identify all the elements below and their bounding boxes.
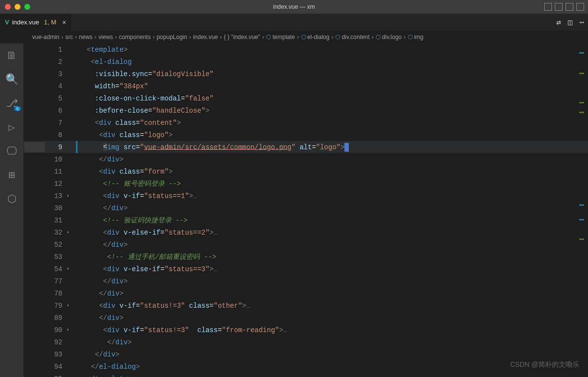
fold-toggle-icon[interactable]: ›	[66, 229, 70, 235]
code-line[interactable]: 11 <div class="form">	[23, 165, 588, 178]
compare-changes-icon[interactable]: ⇄	[556, 18, 561, 27]
code-line[interactable]: 2 <el-dialog	[23, 56, 588, 68]
code-line[interactable]: 10 </div>	[23, 153, 588, 165]
code-line[interactable]: 52 </div>	[23, 238, 588, 251]
code-line[interactable]: 12 <!-- 账号密码登录 -->	[23, 178, 588, 190]
code-line[interactable]: 3 :visible.sync="dialogVisible"	[23, 68, 588, 80]
code-line[interactable]: 8 <div class="logo">	[23, 129, 588, 141]
outline-icon[interactable]: ⬡	[7, 193, 17, 206]
code-content[interactable]: <div class="logo">	[75, 131, 173, 139]
code-content[interactable]: :close-on-click-modal="false"	[75, 95, 213, 102]
code-line[interactable]: 5 :close-on-click-modal="false"	[23, 92, 588, 104]
run-debug-icon[interactable]: ▷	[8, 121, 15, 134]
code-content[interactable]: </el-dialog>	[75, 363, 140, 371]
code-content[interactable]: </div>	[75, 278, 128, 285]
code-content[interactable]: :visible.sync="dialogVisible"	[75, 70, 213, 78]
breadcrumb-segment[interactable]: ⬡ div.logo	[376, 34, 402, 40]
breadcrumb-segment[interactable]: src	[65, 34, 73, 40]
code-content[interactable]: <div v-else-if="status==3">…	[75, 265, 218, 273]
code-content[interactable]: </div>	[75, 338, 132, 346]
more-actions-icon[interactable]: ⋯	[579, 18, 584, 27]
code-content[interactable]: </div>	[75, 204, 128, 212]
code-line[interactable]: 94 </el-dialog>	[23, 360, 588, 373]
close-window-icon[interactable]	[5, 4, 11, 10]
customize-layout-icon[interactable]	[576, 3, 584, 11]
fold-toggle-icon[interactable]: ›	[66, 193, 70, 198]
code-content[interactable]: <div v-if="status!=3" class="other">…	[75, 302, 250, 310]
code-line[interactable]: 9 <img src="vue-admin/src/assets/common/…	[23, 141, 588, 153]
code-content[interactable]: <div v-if="status==1">…	[75, 192, 197, 200]
vue-file-icon: V	[5, 19, 9, 26]
line-number: 89	[23, 314, 75, 322]
watermark: CSDN @简朴的文嘞乐	[510, 360, 579, 369]
remote-icon[interactable]: 🖵	[6, 145, 17, 158]
code-content[interactable]: <template>	[75, 46, 128, 54]
code-content[interactable]: :before-close="handleClose">	[75, 107, 209, 115]
code-content[interactable]: <div v-else-if="status==2">…	[75, 229, 218, 237]
breadcrumb-segment[interactable]: ⬡ img	[408, 34, 424, 40]
code-line[interactable]: 13› <div v-if="status==1">…	[23, 190, 588, 202]
fold-toggle-icon[interactable]: ›	[66, 327, 70, 333]
code-content[interactable]: <div class="content">	[75, 119, 181, 127]
explorer-icon[interactable]: 🗎	[6, 49, 17, 62]
code-line[interactable]: 78 </div>	[23, 287, 588, 299]
breadcrumb-segment[interactable]: vue-admin	[32, 34, 59, 40]
code-content[interactable]: <div v-if="status!=3" class="from-readin…	[75, 326, 287, 334]
code-line[interactable]: 89 </div>	[23, 312, 588, 324]
maximize-window-icon[interactable]	[24, 4, 30, 10]
code-content[interactable]: </div>	[75, 314, 124, 322]
minimize-window-icon[interactable]	[15, 4, 20, 10]
code-line[interactable]: 1<template>	[23, 43, 588, 56]
breadcrumb-segment[interactable]: { } "index.vue"	[224, 34, 261, 40]
code-line[interactable]: 53 <!-- 通过手机/邮箱重设密码 -->	[23, 251, 588, 263]
breadcrumb-segment[interactable]: index.vue	[193, 34, 218, 40]
search-icon[interactable]: 🔍	[5, 73, 19, 86]
toggle-panel-right-icon[interactable]	[566, 3, 573, 11]
extensions-icon[interactable]: ⊞	[8, 169, 15, 182]
code-line[interactable]: 77 </div>	[23, 275, 588, 287]
breadcrumb-segment[interactable]: ⬡ template	[266, 34, 295, 40]
breadcrumb-segment[interactable]: components	[119, 34, 151, 40]
breadcrumb-segment[interactable]: news	[79, 34, 93, 40]
fold-toggle-icon[interactable]: ›	[66, 266, 70, 272]
code-content[interactable]: <el-dialog	[75, 58, 132, 66]
code-content[interactable]: </div>	[75, 241, 128, 249]
code-line[interactable]: 54› <div v-else-if="status==3">…	[23, 263, 588, 275]
code-content[interactable]: <img src="vue-admin/src/assets/common/lo…	[75, 143, 349, 152]
code-line[interactable]: 30 </div>	[23, 202, 588, 214]
code-line[interactable]: 92 </div>	[23, 336, 588, 348]
toggle-panel-left-icon[interactable]	[544, 3, 552, 11]
code-content[interactable]: <!-- 验证码快捷登录 -->	[75, 216, 188, 225]
editor[interactable]: 1<template>2 <el-dialog3 :visible.sync="…	[23, 43, 588, 377]
code-content[interactable]: </div>	[75, 156, 124, 163]
breadcrumb-segment[interactable]: ⬡ div.content	[335, 34, 370, 40]
code-content[interactable]: </template>	[75, 375, 132, 377]
source-control-icon[interactable]: ⎇6	[6, 97, 18, 110]
fold-toggle-icon[interactable]: ›	[66, 302, 70, 308]
code-line[interactable]: 4 width="384px"	[23, 80, 588, 92]
code-content[interactable]: <!-- 账号密码登录 -->	[75, 179, 181, 188]
code-line[interactable]: 7 <div class="content">	[23, 117, 588, 129]
code-content[interactable]: <div class="form">	[75, 168, 173, 176]
code-content[interactable]: width="384px"	[75, 82, 148, 90]
code-line[interactable]: 95</template>	[23, 373, 588, 377]
tab-index-vue[interactable]: V index.vue 1, M ×	[0, 14, 71, 31]
code-content[interactable]: </div>	[75, 351, 119, 358]
code-line[interactable]: 93 </div>	[23, 348, 588, 360]
code-content[interactable]: <!-- 通过手机/邮箱重设密码 -->	[75, 253, 216, 261]
code-line[interactable]: 31 <!-- 验证码快捷登录 -->	[23, 214, 588, 226]
breadcrumb-segment[interactable]: ⬡ el-dialog	[301, 34, 330, 40]
split-editor-icon[interactable]: ◫	[568, 18, 573, 27]
code-line[interactable]: 6 :before-close="handleClose">	[23, 104, 588, 117]
line-number: 52	[23, 241, 75, 249]
line-number: 93	[23, 351, 75, 358]
code-content[interactable]: </div>	[75, 290, 124, 298]
breadcrumb-segment[interactable]: views	[98, 34, 113, 40]
close-tab-icon[interactable]: ×	[62, 19, 66, 26]
breadcrumbs[interactable]: vue-admin › src › news › views › compone…	[0, 31, 588, 43]
toggle-panel-bottom-icon[interactable]	[555, 3, 563, 11]
code-line[interactable]: 32› <div v-else-if="status==2">…	[23, 226, 588, 238]
code-line[interactable]: 90› <div v-if="status!=3" class="from-re…	[23, 324, 588, 336]
code-line[interactable]: 79› <div v-if="status!=3" class="other">…	[23, 299, 588, 312]
breadcrumb-segment[interactable]: popupLogin	[156, 34, 187, 40]
